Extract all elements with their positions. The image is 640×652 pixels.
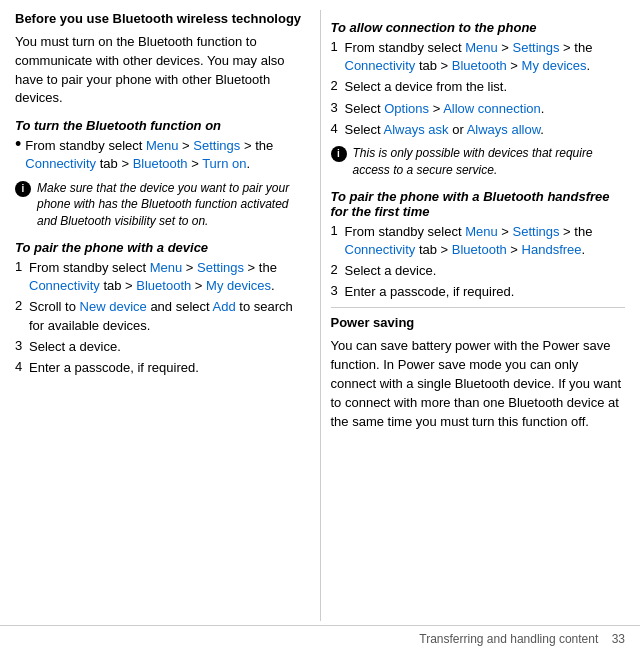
section2-list: 1 From standby select Menu > Settings > … bbox=[15, 259, 310, 377]
allowconnection-link: Allow connection bbox=[443, 101, 541, 116]
bluetooth-link1: Bluetooth bbox=[133, 156, 188, 171]
bullet-dot: • bbox=[15, 135, 21, 153]
bluetooth-link2: Bluetooth bbox=[136, 278, 191, 293]
note2-item: i This is only possible with devices tha… bbox=[331, 145, 626, 179]
footer-page-number: 33 bbox=[612, 632, 625, 646]
connectivity-link2: Connectivity bbox=[29, 278, 100, 293]
r2-num-2: 2 bbox=[331, 262, 345, 277]
section-handsfree-title: To pair the phone with a Bluetooth hands… bbox=[331, 189, 626, 219]
s2-num-4: 4 bbox=[15, 359, 29, 374]
section-connection-title: To allow connection to the phone bbox=[331, 20, 626, 35]
menu-link1: Menu bbox=[146, 138, 179, 153]
s2-text-3: Select a device. bbox=[29, 338, 121, 356]
settings-link2: Settings bbox=[197, 260, 244, 275]
r1-text-2: Select a device from the list. bbox=[345, 78, 508, 96]
bluetooth-link4: Bluetooth bbox=[452, 242, 507, 257]
handsfree-link: Handsfree bbox=[522, 242, 582, 257]
menu-link2: Menu bbox=[150, 260, 183, 275]
turnon-link: Turn on bbox=[202, 156, 246, 171]
s2-item-2: 2 Scroll to New device and select Add to… bbox=[15, 298, 310, 334]
connection-list: 1 From standby select Menu > Settings > … bbox=[331, 39, 626, 139]
menu-link4: Menu bbox=[465, 224, 498, 239]
mydevices-link2: My devices bbox=[522, 58, 587, 73]
section1-bullet-text: From standby select Menu > Settings > th… bbox=[25, 137, 309, 173]
settings-link1: Settings bbox=[193, 138, 240, 153]
left-column: Before you use Bluetooth wireless techno… bbox=[10, 10, 321, 621]
right-column: To allow connection to the phone 1 From … bbox=[321, 10, 631, 621]
r1-num-1: 1 bbox=[331, 39, 345, 54]
s2-text-2: Scroll to New device and select Add to s… bbox=[29, 298, 310, 334]
r1-item-3: 3 Select Options > Allow connection. bbox=[331, 100, 626, 118]
section1-title: To turn the Bluetooth function on bbox=[15, 118, 310, 133]
footer-bar: Transferring and handling content 33 bbox=[0, 625, 640, 652]
r1-item-4: 4 Select Always ask or Always allow. bbox=[331, 121, 626, 139]
power-divider bbox=[331, 307, 626, 308]
content-area: Before you use Bluetooth wireless techno… bbox=[0, 10, 640, 621]
s2-text-1: From standby select Menu > Settings > th… bbox=[29, 259, 310, 295]
handsfree-list: 1 From standby select Menu > Settings > … bbox=[331, 223, 626, 302]
r1-num-3: 3 bbox=[331, 100, 345, 115]
s2-text-4: Enter a passcode, if required. bbox=[29, 359, 199, 377]
s2-num-1: 1 bbox=[15, 259, 29, 274]
add-link: Add bbox=[213, 299, 236, 314]
mydevices-link1: My devices bbox=[206, 278, 271, 293]
s2-item-1: 1 From standby select Menu > Settings > … bbox=[15, 259, 310, 295]
s2-num-2: 2 bbox=[15, 298, 29, 313]
options-link: Options bbox=[384, 101, 429, 116]
section1-bullet-item: • From standby select Menu > Settings > … bbox=[15, 137, 310, 173]
r1-text-4: Select Always ask or Always allow. bbox=[345, 121, 544, 139]
r2-text-3: Enter a passcode, if required. bbox=[345, 283, 515, 301]
note1-text: Make sure that the device you want to pa… bbox=[37, 180, 310, 230]
menu-link3: Menu bbox=[465, 40, 498, 55]
connectivity-link4: Connectivity bbox=[345, 242, 416, 257]
intro-body: You must turn on the Bluetooth function … bbox=[15, 33, 310, 108]
note1-item: i Make sure that the device you want to … bbox=[15, 180, 310, 230]
s2-num-3: 3 bbox=[15, 338, 29, 353]
settings-link4: Settings bbox=[513, 224, 560, 239]
newdevice-link: New device bbox=[80, 299, 147, 314]
r1-num-2: 2 bbox=[331, 78, 345, 93]
settings-link3: Settings bbox=[513, 40, 560, 55]
r1-text-3: Select Options > Allow connection. bbox=[345, 100, 545, 118]
power-text: You can save battery power with the Powe… bbox=[331, 337, 626, 431]
r1-item-2: 2 Select a device from the list. bbox=[331, 78, 626, 96]
note2-text: This is only possible with devices that … bbox=[353, 145, 626, 179]
connectivity-link1: Connectivity bbox=[25, 156, 96, 171]
footer-label: Transferring and handling content bbox=[419, 632, 598, 646]
r2-item-2: 2 Select a device. bbox=[331, 262, 626, 280]
alwaysask-link: Always ask bbox=[384, 122, 449, 137]
s2-item-3: 3 Select a device. bbox=[15, 338, 310, 356]
r2-item-1: 1 From standby select Menu > Settings > … bbox=[331, 223, 626, 259]
alwaysallow-link: Always allow bbox=[467, 122, 541, 137]
note1-icon: i bbox=[15, 181, 31, 197]
r1-text-1: From standby select Menu > Settings > th… bbox=[345, 39, 626, 75]
r2-item-3: 3 Enter a passcode, if required. bbox=[331, 283, 626, 301]
connectivity-link3: Connectivity bbox=[345, 58, 416, 73]
power-title: Power saving bbox=[331, 314, 626, 333]
r2-num-3: 3 bbox=[331, 283, 345, 298]
note2-icon: i bbox=[331, 146, 347, 162]
bluetooth-link3: Bluetooth bbox=[452, 58, 507, 73]
r2-text-2: Select a device. bbox=[345, 262, 437, 280]
r2-text-1: From standby select Menu > Settings > th… bbox=[345, 223, 626, 259]
section2-title: To pair the phone with a device bbox=[15, 240, 310, 255]
r2-num-1: 1 bbox=[331, 223, 345, 238]
r1-item-1: 1 From standby select Menu > Settings > … bbox=[331, 39, 626, 75]
page-container: Before you use Bluetooth wireless techno… bbox=[0, 0, 640, 652]
r1-num-4: 4 bbox=[331, 121, 345, 136]
intro-bold-text: Before you use Bluetooth wireless techno… bbox=[15, 10, 310, 29]
s2-item-4: 4 Enter a passcode, if required. bbox=[15, 359, 310, 377]
